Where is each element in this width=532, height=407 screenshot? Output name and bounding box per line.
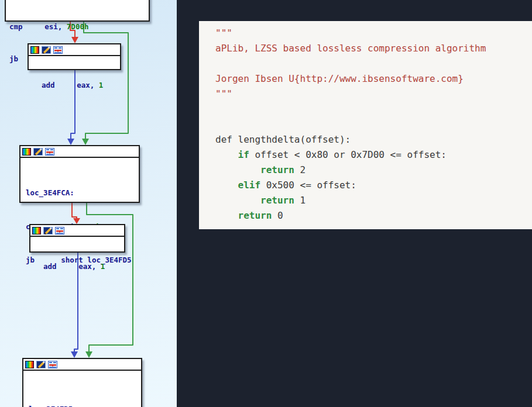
asm-label: loc_3E4FCA: bbox=[26, 187, 139, 199]
code-line: """ bbox=[215, 87, 532, 102]
edit-icon[interactable] bbox=[33, 148, 43, 156]
collapse-node-icon[interactable] bbox=[48, 361, 57, 368]
asm-label: loc_3E4FD5: bbox=[29, 403, 141, 407]
collapse-node-icon[interactable] bbox=[55, 227, 64, 234]
block-header-bar bbox=[20, 146, 139, 158]
palette-icon[interactable] bbox=[30, 46, 39, 54]
block-header-bar bbox=[23, 359, 141, 371]
code-line: if offset < 0x80 or 0x7D00 <= offset: bbox=[215, 147, 532, 163]
disassembly-graph-pane[interactable]: cmp esi, 7D00h jb short loc_3E4FCA add e… bbox=[0, 0, 177, 407]
collapse-node-icon[interactable] bbox=[45, 148, 54, 156]
basic-block-add-2[interactable]: add eax, 1 bbox=[29, 224, 125, 253]
basic-block-loc-3E4FCA[interactable]: loc_3E4FCA: cmp esi, 500h jb short loc_3… bbox=[19, 145, 140, 203]
code-line: return 1 bbox=[215, 193, 532, 208]
code-line: return 0 bbox=[215, 208, 532, 223]
code-line: aPLib, LZSS based lossless compression a… bbox=[215, 41, 532, 56]
code-line bbox=[215, 117, 532, 132]
code-line: """ bbox=[215, 26, 532, 41]
screenshot-root: cmp esi, 7D00h jb short loc_3E4FCA add e… bbox=[0, 0, 532, 407]
edit-icon[interactable] bbox=[42, 46, 51, 54]
palette-icon[interactable] bbox=[32, 227, 41, 234]
basic-block-entry[interactable]: cmp esi, 7D00h jb short loc_3E4FCA bbox=[5, 0, 150, 22]
code-line bbox=[215, 56, 532, 71]
code-line: Jorgen Ibsen U{http://www.ibsensoftware.… bbox=[215, 71, 532, 87]
basic-block-add-1[interactable]: add eax, 1 bbox=[28, 43, 121, 70]
block-header-bar bbox=[30, 225, 124, 237]
basic-block-loc-3E4FD5[interactable]: loc_3E4FD5: cmp esi, 80h jb short loc_3E… bbox=[22, 358, 142, 407]
collapse-node-icon[interactable] bbox=[53, 46, 63, 54]
edit-icon[interactable] bbox=[43, 227, 53, 234]
code-line bbox=[215, 102, 532, 117]
code-line: elif 0x500 <= offset: bbox=[215, 178, 532, 193]
block-header-bar bbox=[29, 44, 120, 56]
code-panel[interactable]: """ aPLib, LZSS based lossless compressi… bbox=[199, 21, 532, 229]
palette-icon[interactable] bbox=[22, 148, 31, 156]
asm-line: add eax, 1 bbox=[42, 80, 120, 91]
code-line: def lengthdelta(offset): bbox=[215, 132, 532, 147]
asm-line: add eax, 1 bbox=[43, 261, 124, 273]
code-line: return 2 bbox=[215, 163, 532, 178]
edit-icon[interactable] bbox=[36, 361, 46, 368]
asm-line: cmp esi, 7D00h bbox=[9, 22, 149, 32]
palette-icon[interactable] bbox=[25, 361, 34, 368]
